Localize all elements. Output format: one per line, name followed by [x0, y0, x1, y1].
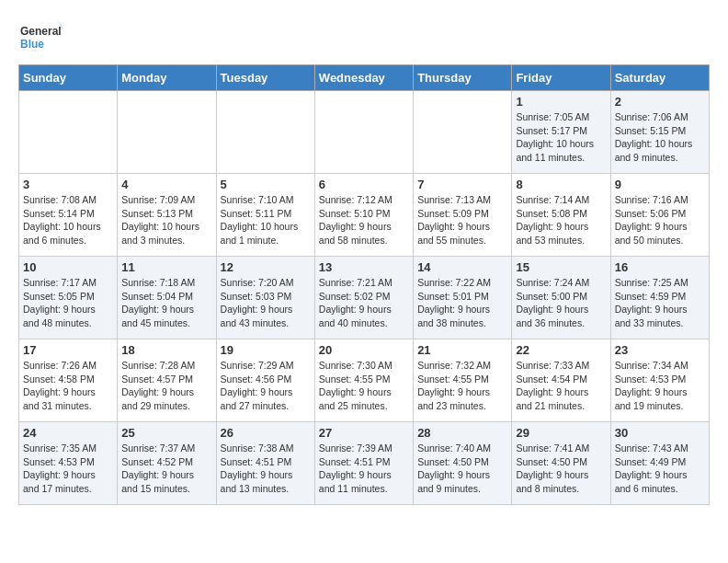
calendar-cell: 7Sunrise: 7:13 AM Sunset: 5:09 PM Daylig… [414, 174, 512, 257]
calendar-cell: 16Sunrise: 7:25 AM Sunset: 4:59 PM Dayli… [610, 257, 709, 339]
day-info: Sunrise: 7:09 AM Sunset: 5:13 PM Dayligh… [121, 193, 211, 247]
calendar-week-row: 3Sunrise: 7:08 AM Sunset: 5:14 PM Daylig… [19, 174, 710, 257]
calendar-cell: 28Sunrise: 7:40 AM Sunset: 4:50 PM Dayli… [414, 422, 512, 505]
day-number: 26 [221, 426, 311, 440]
day-number: 14 [417, 260, 507, 274]
calendar-cell: 3Sunrise: 7:08 AM Sunset: 5:14 PM Daylig… [19, 174, 118, 257]
day-info: Sunrise: 7:10 AM Sunset: 5:11 PM Dayligh… [221, 193, 311, 247]
weekday-header: Sunday [19, 65, 118, 91]
calendar-table: SundayMondayTuesdayWednesdayThursdayFrid… [18, 64, 710, 505]
day-info: Sunrise: 7:22 AM Sunset: 5:01 PM Dayligh… [417, 276, 507, 330]
day-number: 23 [615, 343, 705, 357]
day-info: Sunrise: 7:17 AM Sunset: 5:05 PM Dayligh… [23, 276, 113, 330]
calendar-cell: 10Sunrise: 7:17 AM Sunset: 5:05 PM Dayli… [19, 257, 118, 339]
day-info: Sunrise: 7:25 AM Sunset: 4:59 PM Dayligh… [615, 276, 705, 330]
day-number: 29 [516, 426, 606, 440]
calendar-cell [414, 91, 512, 174]
day-number: 12 [221, 260, 311, 274]
calendar-cell: 18Sunrise: 7:28 AM Sunset: 4:57 PM Dayli… [118, 339, 216, 422]
day-info: Sunrise: 7:28 AM Sunset: 4:57 PM Dayligh… [121, 359, 211, 413]
day-number: 11 [121, 260, 211, 274]
calendar-cell: 2Sunrise: 7:06 AM Sunset: 5:15 PM Daylig… [610, 91, 709, 174]
calendar-cell: 30Sunrise: 7:43 AM Sunset: 4:49 PM Dayli… [610, 422, 709, 505]
day-number: 24 [23, 426, 113, 440]
day-info: Sunrise: 7:12 AM Sunset: 5:10 PM Dayligh… [319, 193, 409, 247]
logo: General Blue [18, 18, 64, 55]
day-number: 22 [516, 343, 606, 357]
header: General Blue [18, 18, 710, 55]
day-number: 6 [319, 178, 409, 191]
day-number: 18 [121, 343, 211, 357]
svg-text:General: General [20, 25, 62, 38]
day-number: 1 [516, 95, 606, 109]
calendar-cell: 9Sunrise: 7:16 AM Sunset: 5:06 PM Daylig… [610, 174, 709, 257]
day-number: 15 [516, 260, 606, 274]
day-number: 17 [23, 343, 113, 357]
weekday-header: Saturday [610, 65, 709, 91]
calendar-cell: 11Sunrise: 7:18 AM Sunset: 5:04 PM Dayli… [118, 257, 216, 339]
logo-svg: General Blue [18, 18, 64, 55]
day-info: Sunrise: 7:33 AM Sunset: 4:54 PM Dayligh… [516, 359, 606, 413]
day-info: Sunrise: 7:43 AM Sunset: 4:49 PM Dayligh… [615, 442, 705, 496]
calendar-cell: 29Sunrise: 7:41 AM Sunset: 4:50 PM Dayli… [512, 422, 610, 505]
weekday-header-row: SundayMondayTuesdayWednesdayThursdayFrid… [19, 65, 710, 91]
calendar-cell: 13Sunrise: 7:21 AM Sunset: 5:02 PM Dayli… [314, 257, 413, 339]
day-info: Sunrise: 7:35 AM Sunset: 4:53 PM Dayligh… [23, 442, 113, 496]
calendar-week-row: 1Sunrise: 7:05 AM Sunset: 5:17 PM Daylig… [19, 91, 710, 174]
day-number: 16 [615, 260, 705, 274]
calendar-cell: 22Sunrise: 7:33 AM Sunset: 4:54 PM Dayli… [512, 339, 610, 422]
day-info: Sunrise: 7:26 AM Sunset: 4:58 PM Dayligh… [23, 359, 113, 413]
day-info: Sunrise: 7:39 AM Sunset: 4:51 PM Dayligh… [319, 442, 409, 496]
weekday-header: Monday [118, 65, 216, 91]
day-info: Sunrise: 7:16 AM Sunset: 5:06 PM Dayligh… [615, 193, 705, 247]
day-info: Sunrise: 7:21 AM Sunset: 5:02 PM Dayligh… [319, 276, 409, 330]
day-info: Sunrise: 7:13 AM Sunset: 5:09 PM Dayligh… [417, 193, 507, 247]
day-number: 8 [516, 178, 606, 191]
day-info: Sunrise: 7:30 AM Sunset: 4:55 PM Dayligh… [319, 359, 409, 413]
weekday-header: Thursday [414, 65, 512, 91]
calendar-cell: 8Sunrise: 7:14 AM Sunset: 5:08 PM Daylig… [512, 174, 610, 257]
calendar-cell [118, 91, 216, 174]
day-number: 25 [121, 426, 211, 440]
calendar-cell: 23Sunrise: 7:34 AM Sunset: 4:53 PM Dayli… [610, 339, 709, 422]
calendar-cell: 12Sunrise: 7:20 AM Sunset: 5:03 PM Dayli… [216, 257, 314, 339]
weekday-header: Friday [512, 65, 610, 91]
day-info: Sunrise: 7:24 AM Sunset: 5:00 PM Dayligh… [516, 276, 606, 330]
day-number: 7 [417, 178, 507, 191]
day-info: Sunrise: 7:40 AM Sunset: 4:50 PM Dayligh… [417, 442, 507, 496]
day-info: Sunrise: 7:20 AM Sunset: 5:03 PM Dayligh… [221, 276, 311, 330]
calendar-cell: 25Sunrise: 7:37 AM Sunset: 4:52 PM Dayli… [118, 422, 216, 505]
day-info: Sunrise: 7:41 AM Sunset: 4:50 PM Dayligh… [516, 442, 606, 496]
calendar-cell: 4Sunrise: 7:09 AM Sunset: 5:13 PM Daylig… [118, 174, 216, 257]
day-info: Sunrise: 7:14 AM Sunset: 5:08 PM Dayligh… [516, 193, 606, 247]
day-number: 10 [23, 260, 113, 274]
day-number: 30 [615, 426, 705, 440]
calendar-cell: 6Sunrise: 7:12 AM Sunset: 5:10 PM Daylig… [314, 174, 413, 257]
calendar-cell: 26Sunrise: 7:38 AM Sunset: 4:51 PM Dayli… [216, 422, 314, 505]
calendar-cell: 5Sunrise: 7:10 AM Sunset: 5:11 PM Daylig… [216, 174, 314, 257]
day-number: 27 [319, 426, 409, 440]
day-number: 21 [417, 343, 507, 357]
day-number: 28 [417, 426, 507, 440]
day-info: Sunrise: 7:38 AM Sunset: 4:51 PM Dayligh… [221, 442, 311, 496]
day-number: 19 [221, 343, 311, 357]
day-number: 3 [23, 178, 113, 191]
calendar-cell: 17Sunrise: 7:26 AM Sunset: 4:58 PM Dayli… [19, 339, 118, 422]
svg-text:Blue: Blue [20, 38, 44, 51]
day-info: Sunrise: 7:08 AM Sunset: 5:14 PM Dayligh… [23, 193, 113, 247]
calendar-week-row: 17Sunrise: 7:26 AM Sunset: 4:58 PM Dayli… [19, 339, 710, 422]
calendar-cell: 20Sunrise: 7:30 AM Sunset: 4:55 PM Dayli… [314, 339, 413, 422]
day-number: 5 [221, 178, 311, 191]
weekday-header: Wednesday [314, 65, 413, 91]
day-number: 4 [121, 178, 211, 191]
calendar-cell [216, 91, 314, 174]
calendar-cell: 21Sunrise: 7:32 AM Sunset: 4:55 PM Dayli… [414, 339, 512, 422]
weekday-header: Tuesday [216, 65, 314, 91]
calendar-cell: 24Sunrise: 7:35 AM Sunset: 4:53 PM Dayli… [19, 422, 118, 505]
calendar-cell [19, 91, 118, 174]
calendar-week-row: 24Sunrise: 7:35 AM Sunset: 4:53 PM Dayli… [19, 422, 710, 505]
calendar-cell: 1Sunrise: 7:05 AM Sunset: 5:17 PM Daylig… [512, 91, 610, 174]
day-number: 2 [615, 95, 705, 109]
day-number: 13 [319, 260, 409, 274]
day-info: Sunrise: 7:37 AM Sunset: 4:52 PM Dayligh… [121, 442, 211, 496]
